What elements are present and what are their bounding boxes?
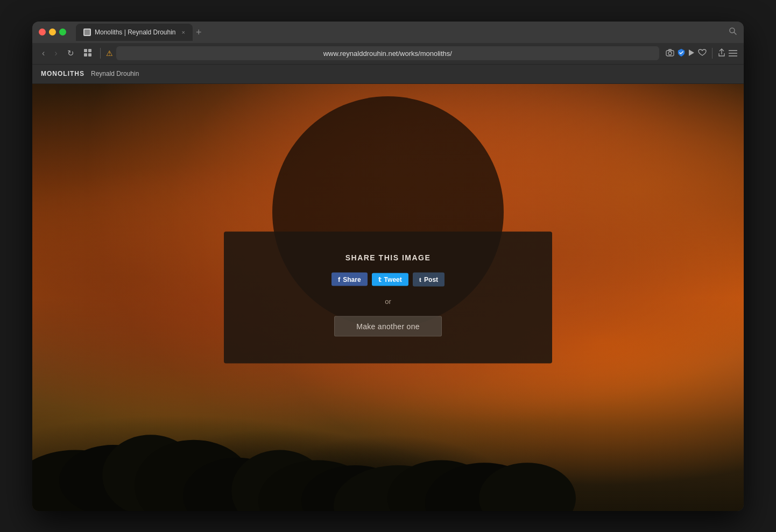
- svg-rect-6: [88, 53, 91, 56]
- twitter-share-button[interactable]: 𝕥 Tweet: [372, 273, 408, 286]
- site-navbar: MONOLITHS Reynald Drouhin: [32, 65, 744, 84]
- new-tab-button[interactable]: +: [196, 27, 202, 37]
- svg-rect-3: [84, 49, 87, 52]
- title-bar: Monoliths | Reynald Drouhin × +: [32, 22, 744, 43]
- play-icon[interactable]: [688, 49, 695, 58]
- share-icon[interactable]: [718, 48, 725, 59]
- maximize-window-button[interactable]: [59, 29, 66, 36]
- share-buttons: f Share 𝕥 Tweet t Post: [331, 272, 445, 286]
- svg-rect-0: [84, 30, 90, 35]
- minimize-window-button[interactable]: [49, 29, 56, 36]
- close-window-button[interactable]: [39, 29, 46, 36]
- browser-window: Monoliths | Reynald Drouhin × + ‹ › ↻ ⚠: [32, 22, 744, 511]
- heart-icon[interactable]: [698, 49, 707, 58]
- svg-marker-9: [689, 49, 694, 56]
- svg-rect-5: [84, 53, 87, 56]
- separator: [100, 48, 101, 59]
- make-another-button[interactable]: Make another one: [334, 316, 442, 336]
- author-link[interactable]: Reynald Drouhin: [91, 70, 139, 77]
- traffic-lights: [39, 29, 66, 36]
- tab-favicon: [83, 29, 91, 36]
- facebook-share-button[interactable]: f Share: [331, 273, 368, 286]
- twitter-label: Tweet: [384, 275, 402, 283]
- share-modal: SHARE THIS IMAGE f Share 𝕥 Tweet t Post …: [224, 231, 552, 363]
- warning-icon: ⚠: [106, 49, 113, 58]
- tumblr-icon: t: [419, 275, 421, 283]
- camera-icon[interactable]: [666, 49, 674, 58]
- facebook-icon: f: [338, 275, 340, 283]
- tumblr-share-button[interactable]: t Post: [413, 272, 445, 286]
- back-button[interactable]: ‹: [39, 47, 48, 60]
- menu-icon[interactable]: [729, 49, 737, 58]
- tab-close-button[interactable]: ×: [182, 29, 185, 36]
- shield-icon[interactable]: [678, 48, 685, 59]
- toolbar: ‹ › ↻ ⚠: [32, 43, 744, 65]
- active-tab[interactable]: Monoliths | Reynald Drouhin ×: [76, 24, 193, 41]
- brand-link[interactable]: MONOLITHS: [41, 70, 84, 77]
- toolbar-actions: [666, 48, 737, 59]
- tumblr-label: Post: [424, 275, 438, 283]
- or-separator: or: [385, 297, 391, 305]
- content-area: SHARE THIS IMAGE f Share 𝕥 Tweet t Post …: [32, 84, 744, 511]
- svg-rect-4: [88, 49, 91, 52]
- forward-button[interactable]: ›: [51, 47, 60, 60]
- tab-area: Monoliths | Reynald Drouhin × +: [76, 24, 724, 41]
- tab-title: Monoliths | Reynald Drouhin: [95, 29, 176, 36]
- facebook-label: Share: [343, 275, 361, 283]
- separator-2: [712, 48, 712, 59]
- reload-button[interactable]: ↻: [64, 46, 77, 60]
- share-title: SHARE THIS IMAGE: [345, 253, 431, 261]
- svg-point-8: [668, 52, 672, 55]
- grid-view-button[interactable]: [81, 47, 95, 60]
- address-bar[interactable]: [116, 46, 659, 60]
- svg-line-2: [734, 32, 736, 34]
- twitter-icon: 𝕥: [378, 275, 382, 283]
- search-icon[interactable]: [729, 27, 737, 38]
